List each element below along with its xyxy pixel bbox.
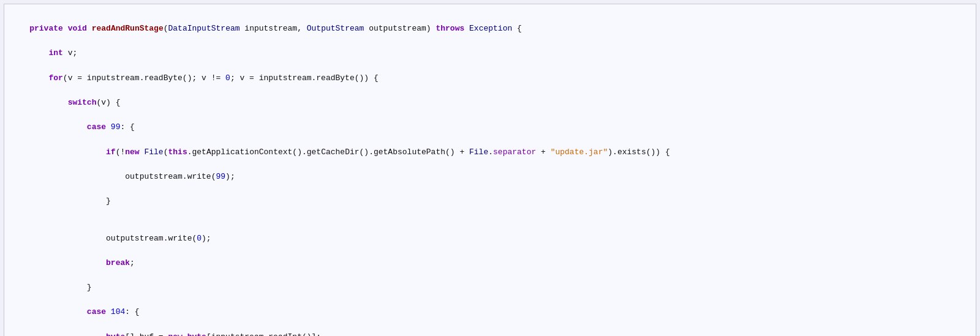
code-line: break; (10, 257, 966, 269)
code-line: for(v = inputstream.readByte(); v != 0; … (10, 72, 966, 84)
code-line: } (10, 195, 966, 207)
code-line: } (10, 282, 966, 294)
code-line: outputstream.write(0); (10, 233, 966, 245)
code-line: byte[] buf = new byte[inputstream.readIn… (10, 331, 966, 336)
code-line: if(!new File(this.getApplicationContext(… (10, 146, 966, 159)
code-line: private void readAndRunStage(DataInputSt… (10, 23, 966, 35)
code-line: int v; (10, 47, 966, 59)
code-line: case 99: { (10, 121, 966, 133)
code-line: outputstream.write(99); (10, 171, 966, 183)
code-line: switch(v) { (10, 97, 966, 109)
code-line: case 104: { (10, 306, 966, 318)
code-block: private void readAndRunStage(DataInputSt… (4, 4, 976, 336)
